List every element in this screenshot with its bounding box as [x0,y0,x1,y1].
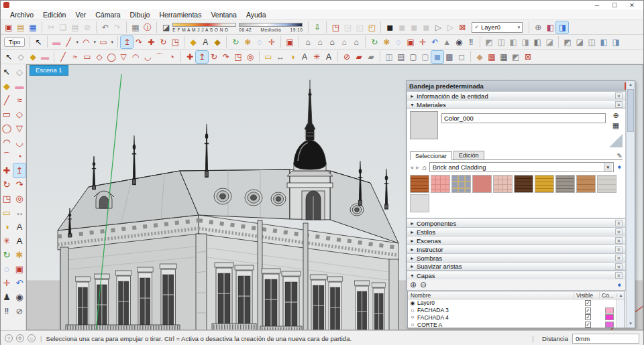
close-section-icon[interactable]: ✕ [615,92,623,99]
line-flyout-icon[interactable]: ▾ [74,36,80,48]
style-marked-icon[interactable]: ▦ [486,51,498,63]
select-icon[interactable]: ↖ [3,51,15,63]
line-icon[interactable]: ╱ [1,93,13,107]
scale-icon[interactable]: ◳ [1,192,13,206]
section-plane-icon[interactable]: ⊘ [341,51,353,63]
home-icon[interactable]: ⌂ [422,163,427,171]
menu-herramientas[interactable]: Herramientas [155,10,205,19]
style-shaded-icon[interactable]: ◼ [431,51,443,63]
orbit-2-icon[interactable]: ↻ [368,36,380,48]
arc-icon[interactable]: ◠ [1,135,13,149]
add-layer-icon[interactable]: ⊕ [410,280,417,289]
style-hidden-line-icon[interactable]: ▢ [419,51,431,63]
section-instructor[interactable]: ►Instructor✕ [407,245,626,253]
view-back-icon[interactable]: ◪ [543,36,555,48]
outer-shell-icon[interactable]: ◳ [329,21,341,33]
look-around-icon[interactable]: ◉ [453,36,465,48]
create-camera-icon[interactable]: ◼ [384,21,396,33]
lock-camera-icon[interactable]: ◼ [420,21,432,33]
position-camera-icon[interactable]: ♟ [1,290,13,304]
menu-archivo[interactable]: Archivo [6,10,38,19]
layer-radio[interactable]: ○ [408,314,417,320]
subtract-icon[interactable]: ◰ [366,21,378,33]
close-section-icon[interactable]: ✕ [615,237,623,244]
eraser-icon[interactable]: ▬ [50,36,62,48]
layers-scrollbar[interactable]: ▼ [616,299,625,328]
follow-me-icon[interactable]: ↷ [133,36,145,48]
close-section-icon[interactable]: ✕ [615,246,623,253]
section-display-icon[interactable]: ▰ [353,51,365,63]
zoom-window-icon[interactable]: ▣ [405,36,417,48]
section-sombras[interactable]: ►Sombras✕ [407,253,626,262]
style-mixed-icon[interactable]: ◩ [510,51,522,63]
intersect-icon[interactable]: ◲ [341,21,354,33]
geolocation-icon[interactable]: ? [5,334,13,342]
shadow-toggle-icon[interactable]: ◪ [162,23,170,32]
move-icon[interactable]: ✚ [1,163,13,178]
select-icon[interactable]: ↖ [32,36,44,48]
section-componentes[interactable]: ►Componentes✕ [407,218,626,227]
rotate-icon[interactable]: ↻ [157,36,169,48]
freehand-icon[interactable]: ≈ [69,51,81,63]
detail-arrow-icon[interactable]: ➧ [616,281,623,289]
rotated-rectangle-icon[interactable]: ◇ [93,51,105,63]
view-top-icon[interactable]: ◫ [495,36,507,48]
sign-in-icon[interactable]: ☺ [28,334,36,342]
tab-seleccionar[interactable]: Seleccionar [410,151,452,160]
close-section-icon[interactable]: ✕ [615,101,623,108]
menu-camara[interactable]: Cámara [91,10,124,19]
layer-visible-checkbox[interactable]: ✓ [585,307,591,314]
close-section-icon[interactable]: ✕ [615,228,623,235]
rectangle-icon[interactable]: ▭ [97,36,109,48]
back-arrow-icon[interactable]: ◂ [410,163,413,171]
section-entity-info[interactable]: ► Información de la entidad ✕ [407,91,626,100]
toolbar-extra-2-icon[interactable]: ◪ [574,36,586,48]
offset-icon[interactable]: ◎ [13,192,25,206]
detail-arrow-icon[interactable]: ➧ [616,163,623,171]
text-tool-icon[interactable]: A [299,51,311,63]
scene-tab[interactable]: Escena 1 [30,65,68,76]
section-materials[interactable]: ▼ Materiales ✕ [407,100,626,109]
measurement-box[interactable]: 0mm [572,334,639,344]
layer-color-chip[interactable] [605,322,614,328]
material-swatch-pavers-pink[interactable] [493,175,513,193]
pan-icon[interactable]: ✱ [13,248,25,262]
zoom-icon[interactable]: ◌ [254,36,266,48]
pan-2-icon[interactable]: ✱ [380,36,392,48]
layer-visible-checkbox[interactable]: ✓ [585,314,591,320]
forward-arrow-icon[interactable]: ▸ [416,163,419,171]
reset-camera-icon[interactable]: ⊠ [456,21,468,33]
union-icon[interactable]: ◱ [354,21,366,33]
material-name-input[interactable] [441,113,606,123]
open-icon[interactable]: ▤ [15,21,27,33]
section-plane-icon[interactable]: ⊘ [13,304,25,318]
component-house-front-icon[interactable]: ⌂ [326,36,338,48]
text-tool-icon[interactable]: A [13,220,25,234]
walk-icon[interactable]: ‼ [1,304,13,318]
material-swatch-salmon-solid[interactable] [472,175,492,193]
layer-color-chip[interactable] [605,300,614,306]
rotate-icon[interactable]: ↻ [208,51,220,63]
style-dark-icon[interactable]: ▦ [498,51,510,63]
layer-visible-checkbox[interactable]: ✓ [585,300,591,306]
layer-row[interactable]: ○FACHADA 4✓ [408,314,616,322]
polygon-icon[interactable]: ▽ [117,51,129,63]
line-icon[interactable]: ╱ [57,51,69,63]
face-style-front-color-icon[interactable]: ◧ [544,21,556,33]
rotate-icon[interactable]: ↻ [1,178,13,192]
walk-icon[interactable]: ‼ [465,36,477,48]
arc-icon[interactable]: ◠ [80,36,92,48]
layer-color-chip[interactable] [605,307,614,314]
tray-scrollbar[interactable]: ▲ ▼ [626,81,635,328]
close-section-icon[interactable]: ✕ [615,220,623,226]
layer-visible-checkbox[interactable]: ✓ [585,322,591,328]
show-frustum-volume-icon[interactable]: ▷ [444,21,456,33]
previous-view-icon[interactable]: ↶ [13,276,25,290]
zoom-2-icon[interactable]: ◌ [392,36,405,48]
section-estilos[interactable]: ►Estilos✕ [407,227,626,236]
maximize-button[interactable]: ☐ [606,1,623,9]
follow-me-icon[interactable]: ↷ [220,51,232,63]
shadow-date-slider[interactable]: E F M A M J J A S O N D [172,23,236,32]
line-icon[interactable]: ╱ [62,36,74,48]
previous-view-icon[interactable]: ↶ [429,36,441,48]
